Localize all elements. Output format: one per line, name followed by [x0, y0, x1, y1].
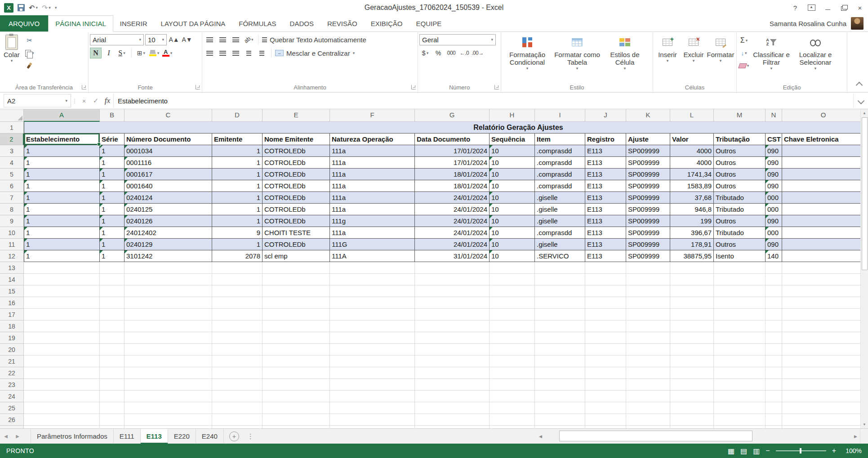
cell-C19[interactable] — [125, 332, 212, 344]
cell-N24[interactable] — [766, 391, 782, 402]
cell-A3[interactable]: 1 — [24, 145, 100, 157]
decrease-decimal-button[interactable]: .00→ — [472, 48, 484, 58]
cell-M22[interactable] — [714, 367, 766, 379]
ribbon-tab-dados[interactable]: DADOS — [283, 15, 320, 31]
font-name-select[interactable]: Arial — [90, 34, 144, 45]
cell-I11[interactable]: .giselle — [535, 239, 585, 250]
cell-A16[interactable] — [24, 297, 100, 309]
cell-O4[interactable] — [782, 157, 860, 169]
column-header-B[interactable]: B — [100, 109, 125, 122]
cell-M8[interactable]: Tributado — [714, 204, 766, 215]
cell-J23[interactable] — [585, 379, 626, 391]
cell-D24[interactable] — [212, 391, 263, 402]
cell-H15[interactable] — [490, 285, 535, 297]
restore-button[interactable] — [836, 0, 852, 15]
cell-C20[interactable] — [125, 344, 212, 356]
cell-L16[interactable] — [670, 297, 714, 309]
ribbon-tab-exibicao[interactable]: EXIBIÇÃO — [364, 15, 410, 31]
cell-N22[interactable] — [766, 367, 782, 379]
decrease-indent-button[interactable] — [243, 48, 254, 58]
cell-J9[interactable]: E113 — [585, 215, 626, 227]
header-cell-D2[interactable]: Emitente — [212, 133, 263, 145]
header-cell-N2[interactable]: CST — [766, 133, 782, 145]
header-cell-J2[interactable]: Registro — [585, 133, 626, 145]
cell-H24[interactable] — [490, 391, 535, 402]
cell-I14[interactable] — [535, 274, 585, 285]
cell-C21[interactable] — [125, 356, 212, 367]
cell-C12[interactable]: 3101242 — [125, 250, 212, 262]
copy-button[interactable] — [24, 48, 36, 58]
cell-N15[interactable] — [766, 285, 782, 297]
cell-O24[interactable] — [782, 391, 860, 402]
row-header-25[interactable]: 25 — [0, 402, 24, 414]
find-select-button[interactable]: Localizar e Selecionar — [793, 33, 838, 71]
row-header-9[interactable]: 9 — [0, 215, 24, 227]
cell-I19[interactable] — [535, 332, 585, 344]
cell-J6[interactable]: E113 — [585, 180, 626, 192]
cell-F26[interactable] — [330, 414, 415, 426]
cell-M4[interactable]: Outros — [714, 157, 766, 169]
cell-O7[interactable] — [782, 192, 860, 204]
cell-E17[interactable] — [263, 309, 330, 320]
cell-K11[interactable]: SP009999 — [626, 239, 670, 250]
cell-M18[interactable] — [714, 320, 766, 332]
cell-G13[interactable] — [415, 262, 490, 274]
cell-K7[interactable]: SP009999 — [626, 192, 670, 204]
cell-N16[interactable] — [766, 297, 782, 309]
cell-M5[interactable]: Outros — [714, 169, 766, 180]
cell-G23[interactable] — [415, 379, 490, 391]
cell-J5[interactable]: E113 — [585, 169, 626, 180]
cell-D17[interactable] — [212, 309, 263, 320]
cell-J14[interactable] — [585, 274, 626, 285]
column-header-M[interactable]: M — [714, 109, 766, 122]
cell-E12[interactable]: scl emp — [263, 250, 330, 262]
cell-M20[interactable] — [714, 344, 766, 356]
cell-I23[interactable] — [535, 379, 585, 391]
row-header-14[interactable]: 14 — [0, 274, 24, 285]
insert-function-button[interactable]: fx — [102, 93, 113, 109]
cell-E22[interactable] — [263, 367, 330, 379]
scroll-left-icon[interactable]: ◀ — [536, 429, 545, 444]
cell-K19[interactable] — [626, 332, 670, 344]
cell-O12[interactable] — [782, 250, 860, 262]
cell-F19[interactable] — [330, 332, 415, 344]
cell-N5[interactable]: 090 — [766, 169, 782, 180]
collapse-ribbon-button[interactable] — [856, 82, 863, 89]
cell-D15[interactable] — [212, 285, 263, 297]
ribbon-display-options-button[interactable]: ▲ — [803, 0, 819, 15]
cell-A24[interactable] — [24, 391, 100, 402]
cell-H11[interactable]: 10 — [490, 239, 535, 250]
cell-G26[interactable] — [415, 414, 490, 426]
row-header-2[interactable]: 2 — [0, 133, 24, 145]
cell-H10[interactable]: 10 — [490, 227, 535, 239]
cell-N11[interactable]: 090 — [766, 239, 782, 250]
cell-B11[interactable]: 1 — [100, 239, 125, 250]
cell-G6[interactable]: 18/01/2024 — [415, 180, 490, 192]
cell-B20[interactable] — [100, 344, 125, 356]
header-cell-K2[interactable]: Ajuste — [626, 133, 670, 145]
row-header-21[interactable]: 21 — [0, 356, 24, 367]
cell-F8[interactable]: 111a — [330, 204, 415, 215]
scroll-right-icon[interactable]: ▶ — [851, 429, 860, 444]
cell-J12[interactable]: E113 — [585, 250, 626, 262]
cell-N13[interactable] — [766, 262, 782, 274]
accounting-format-button[interactable]: $ — [419, 48, 431, 58]
cell-J21[interactable] — [585, 356, 626, 367]
cell-D22[interactable] — [212, 367, 263, 379]
cell-K20[interactable] — [626, 344, 670, 356]
cell-N23[interactable] — [766, 379, 782, 391]
cell-E14[interactable] — [263, 274, 330, 285]
cell-D9[interactable]: 1 — [212, 215, 263, 227]
cell-F25[interactable] — [330, 402, 415, 414]
ribbon-tab-arquivo[interactable]: ARQUIVO — [0, 15, 48, 31]
column-header-E[interactable]: E — [263, 109, 330, 122]
cell-H16[interactable] — [490, 297, 535, 309]
cell-G20[interactable] — [415, 344, 490, 356]
cell-F23[interactable] — [330, 379, 415, 391]
format-as-table-button[interactable]: Formatar como Tabela — [552, 33, 602, 71]
cell-L7[interactable]: 37,68 — [670, 192, 714, 204]
page-break-view-icon[interactable]: ▥ — [753, 447, 760, 455]
cell-K17[interactable] — [626, 309, 670, 320]
cell-E10[interactable]: CHOITI TESTE — [263, 227, 330, 239]
cell-B18[interactable] — [100, 320, 125, 332]
